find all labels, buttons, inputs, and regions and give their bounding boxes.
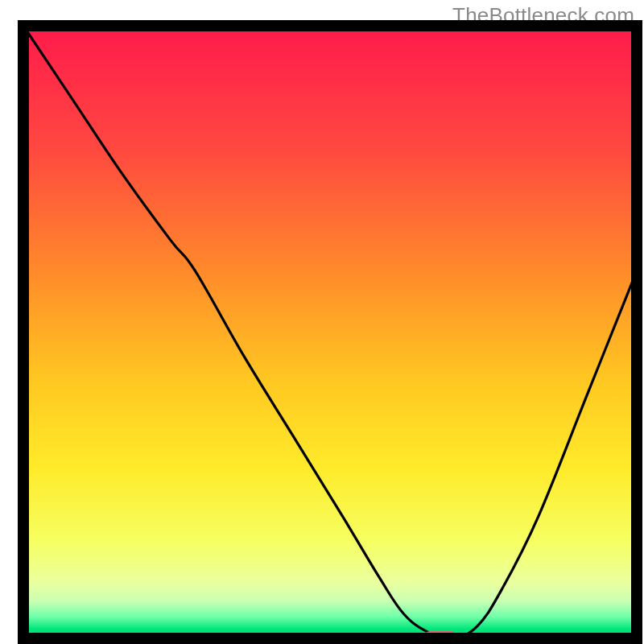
- chart-frame: TheBottleneck.com: [0, 0, 644, 644]
- bottleneck-chart: [0, 0, 644, 644]
- plot-background: [23, 26, 637, 638]
